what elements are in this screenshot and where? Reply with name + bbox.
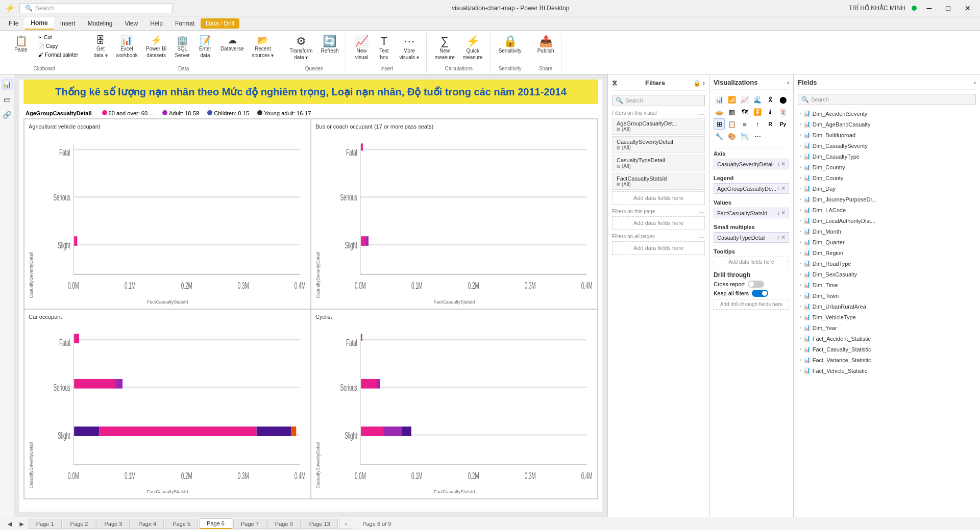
viz-gauge-icon[interactable]: 🌡 xyxy=(765,106,776,117)
page-nav-next[interactable]: ► xyxy=(16,520,28,528)
menu-help[interactable]: Help xyxy=(144,18,169,29)
field-group-dim-age[interactable]: ›📊Dim_AgeBandCasualty xyxy=(798,120,976,129)
add-visual-fields-button[interactable]: Add data fields here xyxy=(612,191,705,205)
paste-button[interactable]: 📋 Paste xyxy=(8,34,34,55)
page-nav-prev[interactable]: ◄ xyxy=(4,520,15,528)
axis-field-sort-icon[interactable]: ↕ xyxy=(777,161,780,167)
axis-field-remove-icon[interactable]: ✕ xyxy=(781,161,786,167)
page-tab-7[interactable]: Page 7 xyxy=(233,519,266,529)
menu-insert[interactable]: Insert xyxy=(54,18,82,29)
left-icon-model[interactable]: 🔗 xyxy=(2,109,13,120)
field-group-dim-vehicle[interactable]: ›📊Dim_VehicleType xyxy=(798,313,976,321)
viz-paint-icon[interactable]: 🎨 xyxy=(726,131,738,142)
viz-matrix-icon[interactable]: ⊞ xyxy=(714,118,725,130)
values-field-remove-icon[interactable]: ✕ xyxy=(781,210,786,216)
viz-py-icon[interactable]: Py xyxy=(777,118,789,130)
filters-on-visual-more[interactable]: ⋯ xyxy=(699,111,705,118)
viz-ribbon-icon[interactable]: 🎗 xyxy=(765,94,776,105)
field-group-dim-roadtype[interactable]: ›📊Dim_RoadType xyxy=(798,259,976,268)
viz-axis-field[interactable]: CasualtySeverityDetail ↕ ✕ xyxy=(714,159,789,169)
field-group-dim-buildup[interactable]: ›📊Dim_Builduproad xyxy=(798,131,976,139)
values-field-sort-icon[interactable]: ↕ xyxy=(777,210,780,216)
page-tab-13[interactable]: Page 13 xyxy=(302,519,338,529)
text-box-button[interactable]: T Textbox xyxy=(374,34,394,62)
cross-report-toggle-button[interactable] xyxy=(748,281,764,288)
menu-modeling[interactable]: Modeling xyxy=(82,18,119,29)
enter-data-button[interactable]: 📝 Enterdata xyxy=(195,34,215,60)
page-tab-3[interactable]: Page 3 xyxy=(96,519,130,529)
page-tab-5[interactable]: Page 5 xyxy=(165,519,198,529)
add-page-fields-button[interactable]: Add data fields here xyxy=(612,216,705,230)
field-group-dim-lacode[interactable]: ›📊Dim_LACode xyxy=(798,206,976,214)
field-group-fact-vehicle[interactable]: ›📊Fact_Vehicle_Statistic xyxy=(798,366,976,375)
keep-filters-toggle-button[interactable] xyxy=(752,290,768,297)
filter-item-2[interactable]: CasualtyTypeDetail is (All) xyxy=(612,155,705,171)
copy-button[interactable]: 📄Copy xyxy=(36,42,81,50)
viz-kpi-icon[interactable]: ↑ xyxy=(752,118,763,130)
field-group-dim-country[interactable]: ›📊Dim_Country xyxy=(798,163,976,171)
field-group-dim-sex[interactable]: ›📊Dim_SexCasualty xyxy=(798,270,976,279)
viz-build-icon[interactable]: 🔧 xyxy=(714,131,725,142)
viz-card-icon[interactable]: 🃏 xyxy=(777,106,789,117)
menu-home[interactable]: Home xyxy=(24,17,54,30)
minimize-button[interactable]: ─ xyxy=(923,3,936,13)
viz-pie-icon[interactable]: 🥧 xyxy=(714,106,725,117)
transform-data-button[interactable]: ⚙ Transformdata ▾ xyxy=(286,34,315,62)
legend-field-remove-icon[interactable]: ✕ xyxy=(781,185,786,192)
filters-search[interactable]: 🔍 Search xyxy=(612,95,705,106)
cut-button[interactable]: ✂Cut xyxy=(36,34,81,41)
left-icon-report[interactable]: 📊 xyxy=(2,79,13,90)
sql-server-button[interactable]: 🏢 SQLServer xyxy=(172,34,192,60)
field-group-dim-town[interactable]: ›📊Dim_Town xyxy=(798,291,976,300)
field-group-dim-year[interactable]: ›📊Dim_Year xyxy=(798,323,976,332)
viz-expand-icon[interactable]: › xyxy=(787,79,789,86)
field-group-fact-variance[interactable]: ›📊Fact_Variance_Statistic xyxy=(798,356,976,364)
refresh-button[interactable]: 🔄 Refresh xyxy=(317,34,341,56)
add-page-button[interactable]: + xyxy=(339,519,353,529)
field-group-dim-month[interactable]: ›📊Dim_Month xyxy=(798,227,976,236)
field-group-dim-accident[interactable]: ›📊Dim_AccidentSeverity xyxy=(798,109,976,118)
viz-bar-icon[interactable]: 📊 xyxy=(714,94,725,105)
viz-treemap-icon[interactable]: ▦ xyxy=(726,106,738,117)
viz-legend-field[interactable]: AgeGroupCasualtyDe... ↕ ✕ xyxy=(714,183,789,194)
page-tab-9[interactable]: Page 9 xyxy=(267,519,301,529)
viz-small-multiples-field[interactable]: CasualtyTypeDetail ↕ ✕ xyxy=(714,232,789,243)
field-group-fact-accident[interactable]: ›📊Fact_Accident_Statistic xyxy=(798,334,976,343)
menu-file[interactable]: File xyxy=(3,18,24,29)
filter-item-0[interactable]: AgeGroupCasualtyDet... is (All) xyxy=(612,118,705,135)
dataverse-button[interactable]: ☁ Dataverse xyxy=(217,34,247,54)
power-bi-datasets-button[interactable]: ⚡ Power BIdatasets xyxy=(143,34,170,60)
left-icon-data[interactable]: 🗃 xyxy=(2,94,13,105)
menu-view[interactable]: View xyxy=(118,18,144,29)
sensitivity-button[interactable]: 🔒 Sensitivity xyxy=(496,34,525,56)
publish-button[interactable]: 📤 Publish xyxy=(534,34,557,56)
fields-expand-icon[interactable]: › xyxy=(974,79,976,86)
viz-table-icon[interactable]: 📋 xyxy=(726,118,738,130)
maximize-button[interactable]: □ xyxy=(942,3,954,13)
menu-format[interactable]: Format xyxy=(169,18,201,29)
viz-values-field[interactable]: FactCasualtyStatsId ↕ ✕ xyxy=(714,208,789,218)
legend-field-sort-icon[interactable]: ↕ xyxy=(777,185,780,192)
viz-r-icon[interactable]: R xyxy=(765,118,776,130)
new-measure-button[interactable]: ∑ Newmeasure xyxy=(432,34,458,62)
recent-sources-button[interactable]: 📂 Recentsources ▾ xyxy=(249,34,277,60)
small-mult-field-sort-icon[interactable]: ↕ xyxy=(777,234,780,241)
close-button[interactable]: ✕ xyxy=(961,3,975,13)
filters-lock-icon[interactable]: 🔒 xyxy=(693,80,701,87)
field-group-dim-urban[interactable]: ›📊Dim_UrbanRuralArea xyxy=(798,302,976,311)
field-group-dim-journey[interactable]: ›📊Dim_JourneyPurposeDr... xyxy=(798,195,976,204)
viz-scatter-icon[interactable]: ⬤ xyxy=(777,94,789,105)
add-tooltip-fields-button[interactable]: Add data fields here xyxy=(714,257,789,267)
field-group-dim-casuality-severity[interactable]: ›📊Dim_CasualtySeverity xyxy=(798,141,976,150)
field-group-dim-region[interactable]: ›📊Dim_Region xyxy=(798,248,976,257)
viz-column-icon[interactable]: 📶 xyxy=(726,94,738,105)
page-tab-6[interactable]: Page 6 xyxy=(199,518,232,529)
menu-data-drill[interactable]: Data / Drill xyxy=(201,18,239,29)
page-tab-1[interactable]: Page 1 xyxy=(29,519,62,529)
field-group-dim-county[interactable]: ›📊Dim_County xyxy=(798,173,976,182)
viz-map-icon[interactable]: 🗺 xyxy=(739,106,750,117)
field-group-dim-quarter[interactable]: ›📊Dim_Quarter xyxy=(798,238,976,246)
get-data-button[interactable]: 🗄 Getdata ▾ xyxy=(90,34,111,60)
fields-search[interactable]: 🔍 Search xyxy=(798,94,976,105)
titlebar-search-input[interactable]: Search xyxy=(35,5,55,12)
